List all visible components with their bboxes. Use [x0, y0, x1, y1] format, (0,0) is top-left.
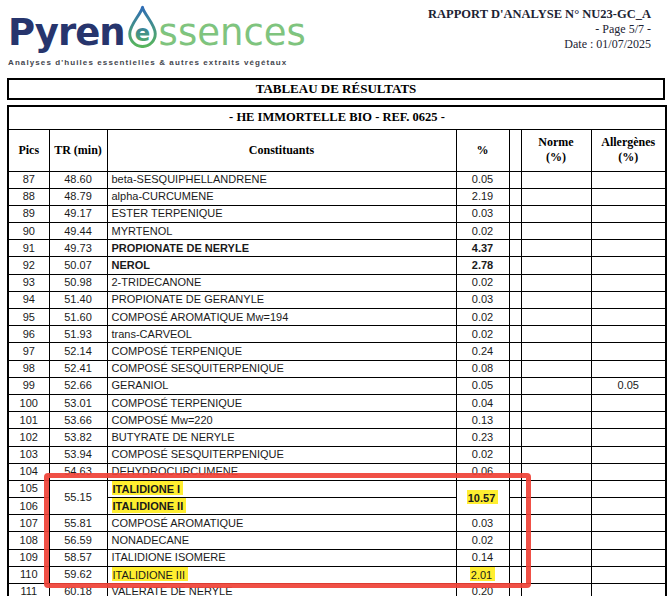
peak-number-cell: 98 [8, 360, 49, 377]
gap-cell [509, 412, 521, 429]
peak-number-cell: 105 [8, 480, 49, 497]
constituent-cell: beta-SESQUIPHELLANDRENE [107, 171, 456, 188]
norme-cell [521, 584, 591, 596]
norme-cell [521, 566, 591, 583]
retention-time-cell: 60.18 [49, 584, 107, 596]
retention-time-cell: 59.62 [49, 566, 107, 583]
allergene-cell [591, 274, 666, 291]
allergene-cell [591, 223, 666, 240]
retention-time-cell: 51.40 [49, 291, 107, 308]
table-row: 8949.17ESTER TERPENIQUE0.03 [8, 205, 666, 222]
peak-number-cell: 101 [8, 412, 49, 429]
peak-number-cell: 95 [8, 309, 49, 326]
retention-time-cell: 52.14 [49, 343, 107, 360]
col-header-pics: Pics [8, 129, 49, 171]
report-number: RAPPORT D'ANALYSE N° NU23-GC_A [428, 7, 651, 22]
table-row: 11059.62ITALIDIONE III2.01 [8, 566, 666, 583]
gap-cell [509, 515, 521, 532]
retention-time-cell: 53.66 [49, 412, 107, 429]
table-row: 9250.07NEROL2.78 [8, 257, 666, 274]
retention-time-cell: 49.73 [49, 240, 107, 257]
report-date: Date : 01/07/2025 [428, 37, 651, 52]
table-row: 10353.94COMPOSÉ SESQUITERPENIQUE0.02 [8, 446, 666, 463]
table-row: 10053.01COMPOSÉ TERPENIQUE0.04 [8, 394, 666, 411]
results-title: TABLEAU DE RÉSULTATS [7, 78, 665, 100]
retention-time-cell: 50.98 [49, 274, 107, 291]
constituent-cell: COMPOSÉ SESQUITERPENIQUE [107, 360, 456, 377]
percent-cell: 0.02 [456, 532, 509, 549]
gap-cell [509, 257, 521, 274]
percent-cell: 0.08 [456, 360, 509, 377]
allergene-cell [591, 446, 666, 463]
allergene-cell [591, 257, 666, 274]
percent-cell: 0.24 [456, 343, 509, 360]
constituent-cell: COMPOSÉ AROMATIQUE Mw=194 [107, 309, 456, 326]
constituent-cell: BUTYRATE DE NERYLE [107, 429, 456, 446]
col-header-tr: TR (min) [49, 129, 107, 171]
allergene-cell [591, 326, 666, 343]
col-header-norme: Norme (%) [521, 129, 591, 171]
percent-cell: 2.01 [456, 566, 509, 583]
retention-time-cell: 51.60 [49, 309, 107, 326]
constituent-cell: alpha-CURCUMENE [107, 188, 456, 205]
norme-cell [521, 257, 591, 274]
retention-time-cell: 52.66 [49, 377, 107, 394]
percent-cell: 0.05 [456, 377, 509, 394]
allergene-cell [591, 549, 666, 566]
gap-cell [509, 171, 521, 188]
peak-number-cell: 102 [8, 429, 49, 446]
allergene-cell [591, 394, 666, 411]
percent-cell: 0.05 [456, 171, 509, 188]
gap-cell [509, 429, 521, 446]
peak-number-cell: 96 [8, 326, 49, 343]
highlighted-value: ITALIDIONE I [112, 481, 184, 496]
percent-cell: 0.03 [456, 515, 509, 532]
retention-time-cell: 53.94 [49, 446, 107, 463]
allergene-cell [591, 480, 666, 497]
table-row: 10958.57ITALIDIONE ISOMERE0.14 [8, 549, 666, 566]
allergene-cell [591, 291, 666, 308]
allergene-cell: 0.05 [591, 377, 666, 394]
gap-cell [509, 240, 521, 257]
percent-cell: 0.13 [456, 412, 509, 429]
report-page-number: - Page 5/7 - [428, 22, 651, 37]
table-row: 106ITALIDIONE II [8, 498, 666, 515]
constituent-cell: NEROL [107, 257, 456, 274]
constituent-cell: ITALIDIONE III [107, 566, 456, 583]
allergene-cell [591, 188, 666, 205]
allergene-cell [591, 171, 666, 188]
retention-time-cell: 54.63 [49, 463, 107, 480]
norme-cell [521, 291, 591, 308]
constituent-cell: trans-CARVEOL [107, 326, 456, 343]
norme-cell [521, 343, 591, 360]
constituent-cell: PROPIONATE DE GERANYLE [107, 291, 456, 308]
col-header-constituants: Constituants [107, 129, 456, 171]
gap-cell [509, 326, 521, 343]
retention-time-cell: 48.60 [49, 171, 107, 188]
highlighted-value: 2.01 [470, 567, 495, 582]
gap-cell [509, 566, 521, 583]
constituent-cell: GERANIOL [107, 377, 456, 394]
gap-cell [509, 498, 521, 515]
constituent-cell: COMPOSÉ AROMATIQUE [107, 515, 456, 532]
table-row: 11160.18VALERATE DE NERYLE0.20 [8, 584, 666, 596]
svg-text:e: e [134, 20, 149, 46]
norme-cell [521, 446, 591, 463]
percent-cell: 0.02 [456, 446, 509, 463]
peak-number-cell: 107 [8, 515, 49, 532]
sample-header-row: - HE IMMORTELLE BIO - REF. 0625 - [8, 106, 666, 129]
retention-time-cell: 48.79 [49, 188, 107, 205]
retention-time-cell: 55.81 [49, 515, 107, 532]
retention-time-cell: 49.17 [49, 205, 107, 222]
table-row: 9149.73PROPIONATE DE NERYLE4.37 [8, 240, 666, 257]
report-page: Pyren e ssences Analyses d'huiles essent… [0, 0, 671, 596]
allergene-cell [591, 240, 666, 257]
gap-cell [509, 309, 521, 326]
allergene-cell [591, 566, 666, 583]
norme-cell [521, 205, 591, 222]
percent-cell: 0.23 [456, 429, 509, 446]
gap-cell [509, 291, 521, 308]
peak-number-cell: 111 [8, 584, 49, 596]
peak-number-cell: 100 [8, 394, 49, 411]
gap-cell [509, 463, 521, 480]
